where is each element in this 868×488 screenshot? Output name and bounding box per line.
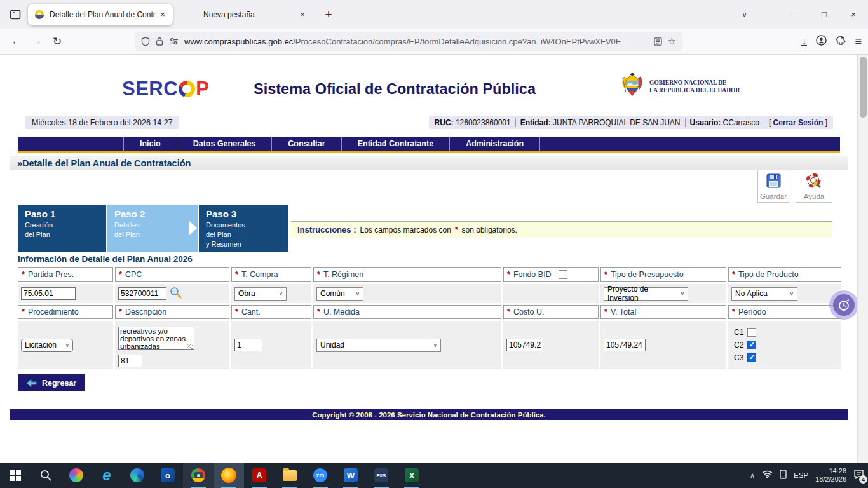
new-tab-button[interactable]: +	[319, 5, 338, 24]
header-descripcion: *Descripción	[115, 305, 229, 319]
tab-detalle-plan[interactable]: Detalle del Plan Anual de Contr ×	[28, 4, 173, 25]
firefox-favicon	[188, 10, 198, 20]
phone-link-icon[interactable]	[780, 470, 787, 482]
help-button[interactable]: Ayuda	[796, 170, 832, 203]
periodo-c3-checkbox[interactable]	[747, 353, 756, 362]
reload-icon[interactable]: ↻	[47, 32, 67, 51]
account-icon[interactable]	[816, 35, 827, 48]
notification-center[interactable]: 4	[853, 469, 864, 482]
back-arrow-icon	[26, 379, 37, 388]
taskbar-zoom[interactable]: zm	[305, 463, 336, 488]
shield-icon[interactable]	[141, 37, 150, 46]
tray-expand-icon[interactable]: ∧	[750, 471, 755, 480]
url-text[interactable]: www.compraspublicas.gob.ec/ProcesoContra…	[184, 37, 648, 46]
section-title: Información de Detalle del Plan Anual 20…	[18, 254, 193, 264]
close-button[interactable]: ×	[839, 0, 868, 29]
taskbar-widgets[interactable]	[61, 463, 92, 488]
start-button[interactable]	[0, 463, 31, 488]
back-icon[interactable]: ←	[6, 32, 27, 51]
taskbar-internet-explorer[interactable]: e	[92, 463, 122, 488]
menu-item-datos-generales[interactable]: Datos Generales	[177, 137, 272, 151]
maximize-button[interactable]: □	[810, 0, 839, 29]
tab-close-icon[interactable]: ×	[156, 8, 169, 21]
cell-tipo-producto: No Aplica	[728, 284, 841, 303]
v-total-input[interactable]	[604, 339, 646, 351]
cpc-input[interactable]	[118, 287, 166, 300]
costo-u-input[interactable]	[506, 339, 543, 351]
taskbar-firefox[interactable]	[214, 463, 244, 488]
taskbar-date: 18/2/2026	[815, 475, 846, 483]
cant-input[interactable]	[234, 339, 262, 351]
taskbar-file-explorer[interactable]	[275, 463, 305, 488]
periodo-c2-checkbox[interactable]	[747, 341, 756, 349]
taskbar-clock[interactable]: 14:28 18/2/2026	[815, 467, 846, 484]
descripcion-codigo-input[interactable]	[118, 355, 142, 367]
date-display: Miércoles 18 de Febrero del 2026 14:27	[25, 116, 179, 129]
cell-partida-pres	[18, 284, 113, 303]
timer-overlay-button[interactable]	[829, 290, 857, 320]
step-3: Paso 3 Documentos del Plan y Resumen	[199, 205, 288, 252]
header-t-compra: *T. Compra	[231, 267, 311, 282]
partida-pres-input[interactable]	[21, 287, 76, 300]
downloads-icon[interactable]: ↓	[801, 37, 808, 46]
procedimiento-select[interactable]: Licitación	[21, 339, 73, 352]
fondo-bid-checkbox[interactable]	[559, 270, 567, 279]
t-regimen-select[interactable]: Común	[316, 287, 363, 301]
tabs-list-chevron-icon[interactable]: ∨	[742, 10, 747, 19]
step-3-title: Paso 3	[206, 209, 288, 219]
forward-icon[interactable]: →	[27, 32, 47, 51]
outlook-icon: o	[161, 468, 175, 482]
cell-u-medida: Unidad	[313, 321, 501, 369]
step-1-title: Paso 1	[25, 209, 106, 219]
menu-item-entidad-contratante[interactable]: Entidad Contratante	[341, 137, 449, 151]
back-button-label: Regresar	[42, 379, 76, 388]
page-scrollbar[interactable]	[857, 55, 868, 463]
language-indicator[interactable]: ESP	[794, 471, 808, 479]
permissions-icon[interactable]	[169, 37, 179, 45]
descripcion-textarea[interactable]: recreativos y/o deportivos en zonas urba…	[118, 327, 194, 350]
wifi-icon[interactable]	[762, 470, 773, 481]
step-arrow-icon	[189, 220, 197, 236]
ecuador-favicon	[34, 10, 44, 20]
minimize-button[interactable]: —	[780, 0, 810, 29]
menu-item-administracion[interactable]: Administración	[449, 137, 540, 151]
chrome-camera-icon	[191, 468, 205, 482]
copyright-text: Copyright © 2008 - 2026 Servicio Naciona…	[312, 411, 546, 419]
taskbar-fes-app[interactable]: F≡S	[366, 463, 397, 488]
periodo-c1-checkbox[interactable]	[747, 328, 756, 337]
taskbar-chrome-camera[interactable]	[183, 463, 214, 488]
search-magnifier-icon[interactable]	[169, 286, 182, 301]
tipo-producto-select[interactable]: No Aplica	[731, 287, 797, 301]
taskbar-acrobat[interactable]: A	[244, 463, 275, 488]
menu-item-consultar[interactable]: Consultar	[271, 137, 341, 151]
tab-nueva-pestana[interactable]: Nueva pestaña ×	[182, 4, 313, 25]
save-button-label: Guardar	[760, 193, 787, 200]
scrollbar-thumb[interactable]	[860, 57, 867, 118]
save-button[interactable]: Guardar	[757, 170, 789, 203]
back-button[interactable]: Regresar	[18, 374, 85, 391]
url-bar[interactable]: www.compraspublicas.gob.ec/ProcesoContra…	[135, 32, 682, 51]
taskbar-search[interactable]	[31, 463, 61, 488]
logout-link[interactable]: Cerrar Sesión	[773, 118, 824, 127]
t-compra-select[interactable]: Obra	[234, 287, 287, 301]
reader-mode-icon[interactable]	[654, 37, 662, 46]
usuario-label: Usuario:	[690, 118, 721, 127]
periodo-c1-label: C1	[734, 328, 743, 337]
tab-close-icon[interactable]: ×	[296, 8, 309, 21]
lock-icon[interactable]	[156, 37, 163, 46]
main-menu: Inicio Datos Generales Consultar Entidad…	[18, 137, 840, 151]
resize-grip-icon[interactable]	[187, 344, 193, 350]
taskbar-word[interactable]: W	[336, 463, 366, 488]
u-medida-select[interactable]: Unidad	[316, 339, 441, 352]
taskbar-outlook[interactable]: o	[153, 463, 183, 488]
cell-cpc	[115, 284, 229, 303]
taskbar-excel[interactable]: X	[397, 463, 427, 488]
firefox-view-icon[interactable]	[6, 6, 24, 24]
bookmark-star-icon[interactable]: ☆	[668, 36, 676, 47]
sercop-logo-p: P	[196, 78, 209, 100]
menu-item-inicio[interactable]: Inicio	[123, 137, 177, 151]
menu-icon[interactable]: ≡	[855, 35, 862, 48]
tipo-presupuesto-select[interactable]: Proyecto de Inversión	[604, 287, 688, 301]
extensions-icon[interactable]	[836, 35, 846, 48]
taskbar-edge[interactable]	[122, 463, 153, 488]
